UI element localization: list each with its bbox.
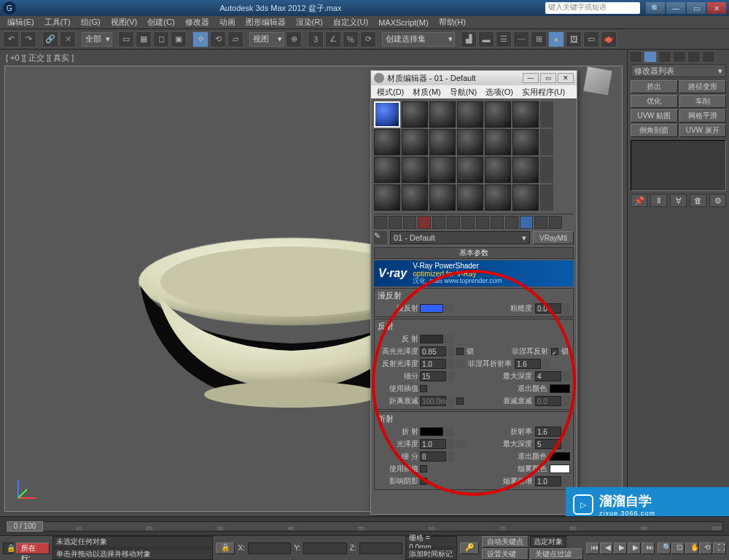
swatch[interactable] [485,101,511,128]
named-selection-dropdown[interactable]: 创建选择集 [382,32,455,47]
reflect-color-swatch[interactable] [420,335,443,343]
unlink-button[interactable]: ⤫ [60,31,76,47]
coord-z-input[interactable] [359,542,403,554]
prev-frame-button[interactable]: ◀ [600,542,613,554]
refract-color-swatch[interactable] [420,427,443,436]
mod-bevelprofile[interactable]: 倒角剖面 [631,124,678,137]
make-unique-button[interactable] [447,216,460,229]
swatch[interactable] [457,129,483,155]
maximize-button[interactable]: ▭ [687,2,706,14]
viewport-label[interactable]: [ +0 ][ 正交 ][ 真实 ] [6,52,74,63]
menu-view[interactable]: 视图(V) [106,17,142,28]
dim-enable-check[interactable] [456,397,464,405]
diffuse-color-swatch[interactable] [420,304,443,313]
get-material-button[interactable] [374,216,387,229]
modifier-stack[interactable] [631,140,726,191]
lock-icon[interactable]: 🔒 [3,542,13,554]
zoom-all-button[interactable]: ⊡ [671,542,685,554]
tab-create[interactable] [629,51,642,63]
curve-editor-button[interactable]: 〰 [513,31,529,47]
menu-edit[interactable]: 编辑(E) [3,17,39,28]
lock-selection-button[interactable]: 🔒 [216,542,235,554]
undo-button[interactable]: ↶ [3,31,19,47]
material-type-button[interactable]: VRayMtl [533,231,574,244]
material-name-dropdown[interactable]: 01 - Default▾ [390,231,530,244]
spinner-snap-button[interactable]: ⟳ [360,31,376,47]
align-button[interactable]: ▬ [478,31,494,47]
row-label[interactable]: 所在行: [16,542,50,554]
fresnel-check[interactable] [551,348,558,355]
swatch[interactable] [485,157,511,183]
swatch[interactable] [374,184,400,211]
menu-modifier[interactable]: 修改器 [181,17,214,28]
menu-render[interactable]: 渲染(R) [292,17,327,28]
schematic-button[interactable]: ⊞ [531,31,547,47]
assign-button[interactable] [403,216,416,229]
swatch[interactable] [374,157,400,183]
me-close-button[interactable]: ✕ [558,73,574,83]
selection-scope-dropdown[interactable]: 全部 [82,32,112,47]
swatch[interactable] [374,129,400,155]
key-mode-button[interactable]: 🔑 [460,542,479,554]
menu-anim[interactable]: 动画 [215,17,240,28]
window-crossing-button[interactable]: ▣ [171,31,187,47]
menu-help[interactable]: 帮助(H) [434,17,470,28]
link-button[interactable]: 🔗 [42,31,58,47]
me-menu-mode[interactable]: 模式(D) [374,87,407,98]
goto-end-button[interactable]: ⏭ [642,542,655,554]
tab-utilities[interactable] [702,51,715,63]
coord-x-input[interactable] [248,542,292,554]
go-parent-button[interactable] [520,216,533,229]
material-editor-button[interactable]: ● [548,31,564,47]
angle-snap-button[interactable]: ∠ [325,31,341,47]
add-time-tag[interactable]: 添加时间标记 [405,548,457,560]
swatch[interactable] [512,184,539,211]
refr-gloss-spinner[interactable]: 1.0 [420,439,446,449]
refl-gloss-spinner[interactable]: 1.0 [420,359,446,369]
orbit-button[interactable]: ⟲ [699,542,712,554]
make-copy-button[interactable] [432,216,445,229]
swatch[interactable] [402,184,428,211]
me-menu-nav[interactable]: 导航(N) [447,87,480,98]
dim-falloff-spinner[interactable]: 0.0 [535,396,561,406]
fog-mult-spinner[interactable]: 1.0 [535,476,561,486]
material-editor-titlebar[interactable]: 材质编辑器 - 01 - Default — ▭ ✕ [371,71,577,85]
menu-graph[interactable]: 图形编辑器 [241,17,290,28]
menu-group[interactable]: 组(G) [77,17,105,28]
tab-hierarchy[interactable] [658,51,671,63]
magnifier-icon[interactable]: 🔍 [646,2,665,14]
swatch[interactable] [402,129,428,155]
swatch[interactable] [485,184,511,211]
swatch-selected[interactable] [374,101,400,128]
mod-uvwunwrap[interactable]: UVW 展开 [679,124,727,137]
dim-distance-spinner[interactable]: 100.0m [420,396,446,406]
refl-interp-check[interactable] [420,385,427,392]
swatch[interactable] [457,157,483,183]
render-setup-button[interactable]: 🖼 [566,31,582,47]
swatch-sidebar[interactable] [540,101,553,128]
menu-maxscript[interactable]: MAXScript(M) [374,18,432,27]
help-search-input[interactable]: 键入关键字或短语 [545,2,640,14]
menu-create[interactable]: 创建(C) [143,17,179,28]
select-name-button[interactable]: ▦ [136,31,152,47]
affect-shadow-check[interactable] [420,478,427,485]
coord-y-input[interactable] [303,542,347,554]
select-button[interactable]: ▭ [118,31,134,47]
swatch[interactable] [429,129,456,155]
swatch[interactable] [429,157,456,183]
mod-optimize[interactable]: 优化 [631,95,678,108]
scale-button[interactable]: ▱ [227,31,243,47]
coord-system-dropdown[interactable]: 视图 [249,32,284,47]
roughness-spinner[interactable]: 0.0 [535,303,561,314]
show-map-button[interactable] [491,216,504,229]
mod-pathdeform[interactable]: 路径变形 [679,80,727,93]
refl-maxdepth-spinner[interactable]: 4 [535,371,561,381]
swatch[interactable] [485,129,511,155]
put-to-scene-button[interactable] [389,216,402,229]
diffuse-map-button[interactable] [445,304,453,313]
ior-spinner[interactable]: 1.6 [535,427,561,437]
mod-meshsmooth[interactable]: 网格平滑 [679,109,727,122]
me-maximize-button[interactable]: ▭ [540,73,556,83]
selected-obj-dropdown[interactable]: 选定对象 [530,536,566,548]
refr-exit-color[interactable] [550,452,570,461]
